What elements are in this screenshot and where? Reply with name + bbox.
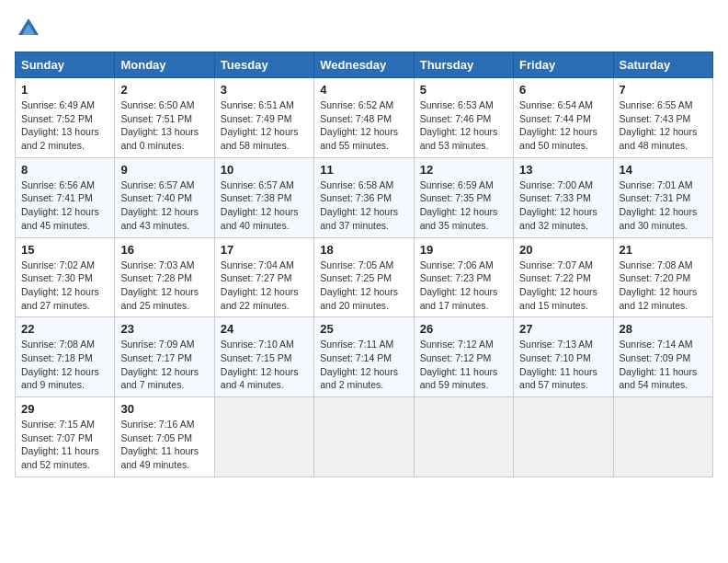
cell-sun-info: Sunrise: 6:57 AMSunset: 7:38 PMDaylight:…	[221, 178, 308, 233]
calendar-header-tuesday: Tuesday	[214, 52, 313, 78]
calendar-week-row: 22Sunrise: 7:08 AMSunset: 7:18 PMDayligh…	[16, 317, 713, 397]
calendar-cell: 3Sunrise: 6:51 AMSunset: 7:49 PMDaylight…	[214, 78, 313, 158]
calendar-cell: 10Sunrise: 6:57 AMSunset: 7:38 PMDayligh…	[214, 157, 313, 237]
cell-sun-info: Sunrise: 7:00 AMSunset: 7:33 PMDaylight:…	[519, 178, 607, 233]
cell-sun-info: Sunrise: 7:12 AMSunset: 7:12 PMDaylight:…	[420, 338, 507, 392]
calendar-cell: 19Sunrise: 7:06 AMSunset: 7:23 PMDayligh…	[414, 237, 513, 317]
calendar-cell: 5Sunrise: 6:53 AMSunset: 7:46 PMDaylight…	[414, 78, 513, 158]
calendar-cell: 7Sunrise: 6:55 AMSunset: 7:43 PMDaylight…	[613, 78, 712, 158]
calendar-cell: 23Sunrise: 7:09 AMSunset: 7:17 PMDayligh…	[115, 317, 214, 397]
cell-sun-info: Sunrise: 7:08 AMSunset: 7:18 PMDaylight:…	[21, 338, 108, 392]
day-number: 23	[120, 322, 208, 336]
calendar-header-wednesday: Wednesday	[314, 52, 414, 78]
cell-sun-info: Sunrise: 6:52 AMSunset: 7:48 PMDaylight:…	[320, 98, 407, 153]
cell-sun-info: Sunrise: 6:51 AMSunset: 7:49 PMDaylight:…	[221, 98, 308, 153]
cell-sun-info: Sunrise: 7:04 AMSunset: 7:27 PMDaylight:…	[221, 259, 308, 313]
calendar-cell: 2Sunrise: 6:50 AMSunset: 7:51 PMDaylight…	[115, 78, 214, 158]
calendar-cell: 1Sunrise: 6:49 AMSunset: 7:52 PMDaylight…	[16, 78, 115, 158]
cell-sun-info: Sunrise: 7:14 AMSunset: 7:09 PMDaylight:…	[620, 338, 707, 392]
calendar-cell: 30Sunrise: 7:16 AMSunset: 7:05 PMDayligh…	[115, 397, 214, 477]
calendar-header-sunday: Sunday	[16, 52, 115, 78]
calendar-cell: 6Sunrise: 6:54 AMSunset: 7:44 PMDaylight…	[514, 78, 613, 158]
cell-sun-info: Sunrise: 7:10 AMSunset: 7:15 PMDaylight:…	[221, 338, 308, 392]
cell-sun-info: Sunrise: 7:16 AMSunset: 7:05 PMDaylight:…	[120, 418, 208, 472]
cell-sun-info: Sunrise: 7:01 AMSunset: 7:31 PMDaylight:…	[620, 178, 707, 233]
day-number: 28	[620, 322, 707, 336]
calendar-cell	[414, 397, 513, 477]
day-number: 16	[120, 243, 208, 257]
cell-sun-info: Sunrise: 6:59 AMSunset: 7:35 PMDaylight:…	[420, 178, 507, 233]
logo-icon	[15, 15, 42, 42]
day-number: 15	[21, 243, 108, 257]
day-number: 19	[420, 243, 507, 257]
cell-sun-info: Sunrise: 6:55 AMSunset: 7:43 PMDaylight:…	[620, 98, 707, 153]
day-number: 20	[519, 243, 607, 257]
cell-sun-info: Sunrise: 7:09 AMSunset: 7:17 PMDaylight:…	[120, 338, 208, 392]
day-number: 25	[320, 322, 407, 336]
calendar-cell: 13Sunrise: 7:00 AMSunset: 7:33 PMDayligh…	[514, 157, 613, 237]
calendar-cell	[613, 397, 712, 477]
cell-sun-info: Sunrise: 6:50 AMSunset: 7:51 PMDaylight:…	[120, 98, 208, 153]
day-number: 22	[21, 322, 108, 336]
calendar-header-thursday: Thursday	[414, 52, 513, 78]
day-number: 14	[620, 163, 707, 177]
calendar-cell: 26Sunrise: 7:12 AMSunset: 7:12 PMDayligh…	[414, 317, 513, 397]
calendar-week-row: 8Sunrise: 6:56 AMSunset: 7:41 PMDaylight…	[16, 157, 713, 237]
cell-sun-info: Sunrise: 7:03 AMSunset: 7:28 PMDaylight:…	[120, 259, 208, 313]
calendar-cell: 15Sunrise: 7:02 AMSunset: 7:30 PMDayligh…	[16, 237, 115, 317]
calendar-cell: 18Sunrise: 7:05 AMSunset: 7:25 PMDayligh…	[314, 237, 414, 317]
day-number: 30	[120, 402, 208, 416]
cell-sun-info: Sunrise: 7:06 AMSunset: 7:23 PMDaylight:…	[420, 259, 507, 313]
cell-sun-info: Sunrise: 7:02 AMSunset: 7:30 PMDaylight:…	[21, 259, 108, 313]
calendar-cell: 21Sunrise: 7:08 AMSunset: 7:20 PMDayligh…	[613, 237, 712, 317]
day-number: 7	[620, 83, 707, 97]
calendar-week-row: 15Sunrise: 7:02 AMSunset: 7:30 PMDayligh…	[16, 237, 713, 317]
calendar-cell: 25Sunrise: 7:11 AMSunset: 7:14 PMDayligh…	[314, 317, 414, 397]
calendar-header-saturday: Saturday	[613, 52, 712, 78]
cell-sun-info: Sunrise: 7:15 AMSunset: 7:07 PMDaylight:…	[21, 418, 108, 472]
calendar-cell: 28Sunrise: 7:14 AMSunset: 7:09 PMDayligh…	[613, 317, 712, 397]
day-number: 13	[519, 163, 607, 177]
calendar-cell: 8Sunrise: 6:56 AMSunset: 7:41 PMDaylight…	[16, 157, 115, 237]
calendar-cell: 27Sunrise: 7:13 AMSunset: 7:10 PMDayligh…	[514, 317, 613, 397]
day-number: 2	[120, 83, 208, 97]
day-number: 21	[620, 243, 707, 257]
day-number: 11	[320, 163, 407, 177]
calendar-cell: 29Sunrise: 7:15 AMSunset: 7:07 PMDayligh…	[16, 397, 115, 477]
day-number: 26	[420, 322, 507, 336]
cell-sun-info: Sunrise: 6:54 AMSunset: 7:44 PMDaylight:…	[519, 98, 607, 153]
day-number: 17	[221, 243, 308, 257]
calendar-table: SundayMondayTuesdayWednesdayThursdayFrid…	[15, 52, 713, 477]
cell-sun-info: Sunrise: 7:13 AMSunset: 7:10 PMDaylight:…	[519, 338, 607, 392]
day-number: 10	[221, 163, 308, 177]
cell-sun-info: Sunrise: 6:58 AMSunset: 7:36 PMDaylight:…	[320, 178, 407, 233]
calendar-cell: 22Sunrise: 7:08 AMSunset: 7:18 PMDayligh…	[16, 317, 115, 397]
day-number: 27	[519, 322, 607, 336]
calendar-cell: 20Sunrise: 7:07 AMSunset: 7:22 PMDayligh…	[514, 237, 613, 317]
calendar-cell	[514, 397, 613, 477]
day-number: 29	[21, 402, 108, 416]
calendar-week-row: 1Sunrise: 6:49 AMSunset: 7:52 PMDaylight…	[16, 78, 713, 158]
day-number: 6	[519, 83, 607, 97]
page-header	[15, 15, 713, 42]
day-number: 12	[420, 163, 507, 177]
calendar-cell: 14Sunrise: 7:01 AMSunset: 7:31 PMDayligh…	[613, 157, 712, 237]
cell-sun-info: Sunrise: 7:07 AMSunset: 7:22 PMDaylight:…	[519, 259, 607, 313]
calendar-cell: 17Sunrise: 7:04 AMSunset: 7:27 PMDayligh…	[214, 237, 313, 317]
calendar-cell: 16Sunrise: 7:03 AMSunset: 7:28 PMDayligh…	[115, 237, 214, 317]
day-number: 9	[120, 163, 208, 177]
day-number: 8	[21, 163, 108, 177]
cell-sun-info: Sunrise: 6:57 AMSunset: 7:40 PMDaylight:…	[120, 178, 208, 233]
calendar-week-row: 29Sunrise: 7:15 AMSunset: 7:07 PMDayligh…	[16, 397, 713, 477]
calendar-cell: 24Sunrise: 7:10 AMSunset: 7:15 PMDayligh…	[214, 317, 313, 397]
cell-sun-info: Sunrise: 7:08 AMSunset: 7:20 PMDaylight:…	[620, 259, 707, 313]
day-number: 5	[420, 83, 507, 97]
calendar-cell: 9Sunrise: 6:57 AMSunset: 7:40 PMDaylight…	[115, 157, 214, 237]
logo	[15, 15, 46, 42]
day-number: 4	[320, 83, 407, 97]
day-number: 18	[320, 243, 407, 257]
calendar-body: 1Sunrise: 6:49 AMSunset: 7:52 PMDaylight…	[16, 78, 713, 477]
cell-sun-info: Sunrise: 6:49 AMSunset: 7:52 PMDaylight:…	[21, 98, 108, 153]
calendar-cell: 12Sunrise: 6:59 AMSunset: 7:35 PMDayligh…	[414, 157, 513, 237]
day-number: 24	[221, 322, 308, 336]
